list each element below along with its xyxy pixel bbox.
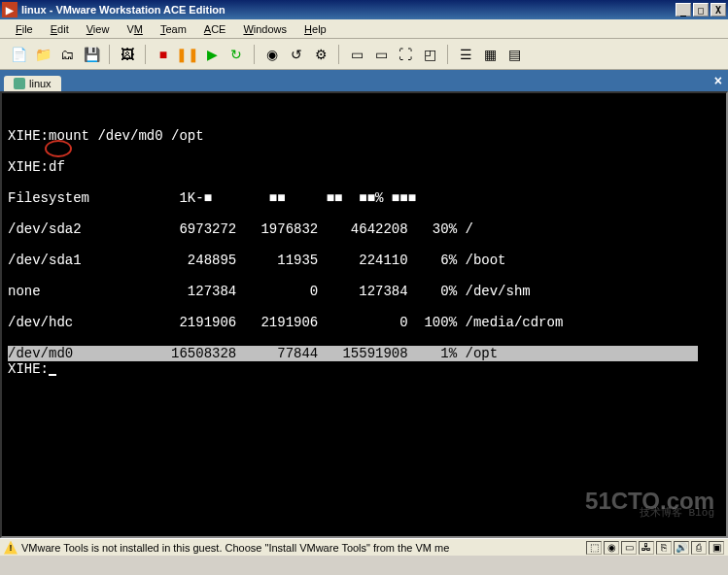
menu-view[interactable]: View (79, 21, 118, 37)
toolbar-play-icon[interactable]: ▶ (201, 44, 223, 65)
toolbar-folder-icon[interactable]: 🗂 (56, 44, 78, 65)
table-row: none 127384 0 127384 0% /dev/shm (8, 284, 720, 299)
toolbar-revert-icon[interactable]: ↺ (286, 44, 307, 65)
table-row: /dev/sda2 6973272 1976832 4642208 30% / (8, 221, 720, 237)
toolbar-pause-icon[interactable]: ❚❚ (177, 44, 198, 65)
toolbar-snapshot-icon[interactable]: ◉ (261, 44, 283, 65)
watermark-sub: 技术博客 Blog (640, 505, 714, 521)
toolbar-console-icon[interactable]: ▦ (479, 44, 501, 65)
table-row: /dev/hdc 2191906 2191906 0 100% /media/c… (8, 315, 720, 330)
toolbar-new-icon[interactable]: 📄 (8, 44, 29, 65)
toolbar-view2-icon[interactable]: ▭ (370, 44, 392, 65)
window-title: linux - VMware Workstation ACE Edition (21, 4, 676, 16)
tray-floppy-icon[interactable]: ▭ (621, 541, 637, 555)
toolbar-fullscreen-icon[interactable]: ⛶ (395, 44, 416, 65)
statusbar: ! VMware Tools is not installed in this … (0, 538, 728, 556)
toolbar-manage-icon[interactable]: ⚙ (310, 44, 331, 65)
tray-printer-icon[interactable]: ⎙ (691, 541, 707, 555)
watermark: 51CTO.com (585, 493, 714, 509)
tray-hdd-icon[interactable]: ⬚ (586, 541, 602, 555)
toolbar: 📄 📁 🗂 💾 🖼 ■ ❚❚ ▶ ↻ ◉ ↺ ⚙ ▭ ▭ ⛶ ◰ ☰ ▦ ▤ (0, 39, 728, 70)
table-row: /dev/sda1 248895 11935 224110 6% /boot (8, 253, 720, 268)
terminal-line: XIHE:mount /dev/md0 /opt (8, 128, 720, 144)
vm-tab-icon (14, 78, 25, 89)
app-icon: ▶ (2, 2, 17, 17)
window-titlebar: ▶ linux - VMware Workstation ACE Edition… (0, 0, 728, 19)
terminal-line: XIHE:df (8, 159, 720, 175)
terminal-prompt: XIHE: (8, 361, 720, 377)
menu-ace[interactable]: ACE (196, 21, 234, 37)
warning-icon: ! (4, 541, 17, 555)
status-text: VMware Tools is not installed in this gu… (21, 542, 586, 554)
toolbar-open-icon[interactable]: 📁 (32, 44, 53, 65)
menu-edit[interactable]: Edit (43, 21, 77, 37)
tray-sound-icon[interactable]: 🔊 (674, 541, 689, 555)
toolbar-reset-icon[interactable]: ↻ (225, 44, 247, 65)
terminal-header: Filesystem 1K-■ ■■ ■■ ■■% ■■■ (8, 190, 720, 206)
tab-close-icon[interactable]: × (714, 73, 722, 88)
menu-vm[interactable]: VM (119, 21, 151, 37)
tray-cd-icon[interactable]: ◉ (604, 541, 619, 555)
maximize-button[interactable]: □ (693, 3, 709, 17)
menu-file[interactable]: File (8, 21, 41, 37)
toolbar-unity-icon[interactable]: ◰ (419, 44, 440, 65)
tray-network-icon[interactable]: 🖧 (639, 541, 654, 555)
toolbar-summary-icon[interactable]: ☰ (455, 44, 476, 65)
cursor-icon (49, 374, 56, 376)
tabbar: linux × (0, 70, 728, 91)
toolbar-save-icon[interactable]: 💾 (81, 44, 102, 65)
menu-help[interactable]: Help (296, 21, 334, 37)
tray: ⬚ ◉ ▭ 🖧 ⎘ 🔊 ⎙ ▣ (586, 541, 724, 555)
minimize-button[interactable]: _ (676, 3, 691, 17)
toolbar-stop-icon[interactable]: ■ (153, 44, 174, 65)
terminal[interactable]: XIHE:mount /dev/md0 /opt XIHE:df Filesys… (0, 91, 728, 538)
toolbar-quickswitch-icon[interactable]: ▤ (503, 44, 525, 65)
tray-usb-icon[interactable]: ⎘ (656, 541, 672, 555)
toolbar-screenshot-icon[interactable]: 🖼 (117, 44, 138, 65)
close-button[interactable]: X (711, 3, 726, 17)
vm-tab[interactable]: linux (4, 76, 61, 91)
vm-tab-label: linux (29, 78, 52, 89)
menu-team[interactable]: Team (153, 21, 194, 37)
table-row-highlighted: /dev/md0 16508328 77844 15591908 1% /opt (8, 346, 698, 361)
menu-windows[interactable]: Windows (235, 21, 295, 37)
toolbar-view1-icon[interactable]: ▭ (346, 44, 367, 65)
tray-display-icon[interactable]: ▣ (709, 541, 724, 555)
menubar: File Edit View VM Team ACE Windows Help (0, 19, 728, 39)
